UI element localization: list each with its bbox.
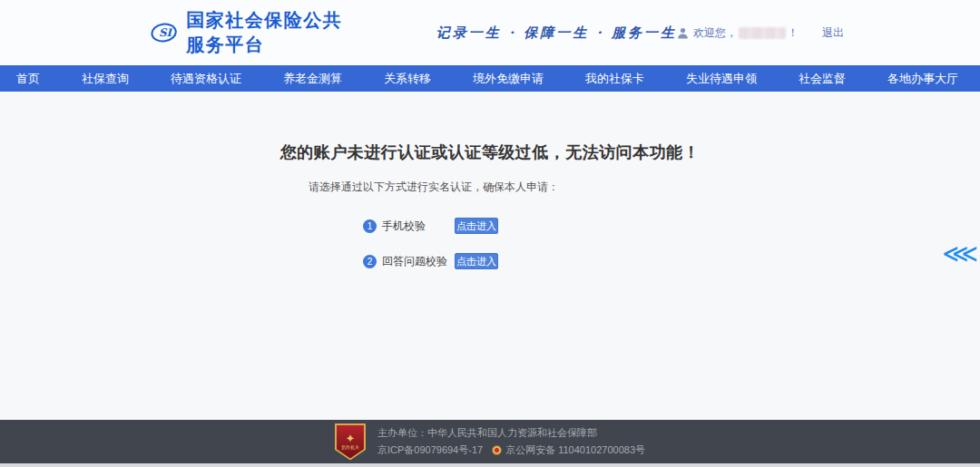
option-number-badge: 1 bbox=[363, 219, 377, 233]
enter-button-phone-verification[interactable]: 点击进入 bbox=[455, 218, 498, 234]
site-slogan: 记录一生 · 保障一生 · 服务一生 bbox=[436, 24, 677, 42]
footer-organizer: 主办单位：中华人民共和国人力资源和社会保障部 bbox=[377, 424, 645, 442]
option-row-question-verification: 2 回答问题校验 点击进入 bbox=[363, 253, 671, 269]
nav-item-social-supervision[interactable]: 社会监督 bbox=[799, 71, 846, 87]
logout-link[interactable]: 退出 bbox=[822, 25, 844, 41]
police-badge-icon bbox=[492, 445, 502, 455]
footer-registration-line: 京ICP备09079694号-17 京公网安备 11040102700083号 bbox=[377, 442, 645, 459]
nav-item-unemployment-benefit[interactable]: 失业待遇申领 bbox=[686, 71, 757, 87]
option-label-question-verification: 回答问题校验 bbox=[382, 254, 455, 269]
nav-item-overseas-exemption[interactable]: 境外免缴申请 bbox=[473, 71, 544, 87]
footer-text-block: 主办单位：中华人民共和国人力资源和社会保障部 京ICP备09079694号-17… bbox=[377, 424, 645, 459]
bottom-edge-strip bbox=[0, 463, 980, 467]
auth-options-block: 请选择通过以下方式进行实名认证，确保本人申请： 1 手机校验 点击进入 2 回答… bbox=[309, 180, 671, 269]
welcome-punctuation: ！ bbox=[788, 25, 799, 41]
page-footer: ✦ 党政机关 主办单位：中华人民共和国人力资源和社会保障部 京ICP备09079… bbox=[0, 420, 980, 463]
site-logo-icon: SI bbox=[151, 17, 177, 48]
collapse-panel-icon[interactable]: ⋘ bbox=[942, 241, 978, 267]
option-row-phone-verification: 1 手机校验 点击进入 bbox=[363, 218, 671, 234]
auth-instruction: 请选择通过以下方式进行实名认证，确保本人申请： bbox=[309, 180, 671, 195]
nav-item-relation-transfer[interactable]: 关系转移 bbox=[384, 71, 431, 87]
main-content: 您的账户未进行认证或认证等级过低，无法访问本功能！ 请选择通过以下方式进行实名认… bbox=[0, 92, 980, 420]
enter-button-question-verification[interactable]: 点击进入 bbox=[455, 253, 498, 269]
main-nav: 首页 社保查询 待遇资格认证 养老金测算 关系转移 境外免缴申请 我的社保卡 失… bbox=[0, 65, 980, 92]
nav-item-home[interactable]: 首页 bbox=[16, 71, 40, 87]
option-number-badge: 2 bbox=[363, 255, 377, 268]
footer-police-number: 京公网安备 11040102700083号 bbox=[505, 442, 645, 459]
gov-badge-emblem: ✦ bbox=[346, 433, 356, 444]
nav-item-social-insurance-query[interactable]: 社保查询 bbox=[82, 71, 129, 87]
brand-logo-group: SI 国家社会保险公共服务平台 bbox=[151, 8, 349, 57]
nav-item-my-social-card[interactable]: 我的社保卡 bbox=[585, 71, 644, 87]
footer-icp-number: 京ICP备09079694号-17 bbox=[377, 442, 483, 459]
nav-item-pension-calculator[interactable]: 养老金测算 bbox=[283, 71, 342, 87]
welcome-text: 欢迎您， bbox=[693, 25, 737, 41]
masked-username bbox=[739, 27, 786, 39]
user-welcome-area: 欢迎您， ！ 退出 bbox=[677, 25, 844, 41]
logo-text: SI bbox=[159, 26, 174, 39]
nav-item-local-service-halls[interactable]: 各地办事大厅 bbox=[887, 71, 958, 87]
gov-badge-label: 党政机关 bbox=[341, 445, 359, 451]
option-label-phone-verification: 手机校验 bbox=[382, 219, 455, 234]
site-title: 国家社会保险公共服务平台 bbox=[186, 8, 348, 57]
user-avatar-icon bbox=[677, 27, 689, 39]
auth-alert-title: 您的账户未进行认证或认证等级过低，无法访问本功能！ bbox=[0, 92, 980, 163]
gov-shield-badge-inner: ✦ 党政机关 bbox=[337, 425, 364, 459]
gov-shield-badge-icon: ✦ 党政机关 bbox=[335, 423, 366, 461]
nav-item-benefit-qualification[interactable]: 待遇资格认证 bbox=[171, 71, 241, 87]
page-header: SI 国家社会保险公共服务平台 记录一生 · 保障一生 · 服务一生 欢迎您， … bbox=[0, 0, 980, 65]
auth-options-list: 1 手机校验 点击进入 2 回答问题校验 点击进入 bbox=[363, 218, 671, 269]
